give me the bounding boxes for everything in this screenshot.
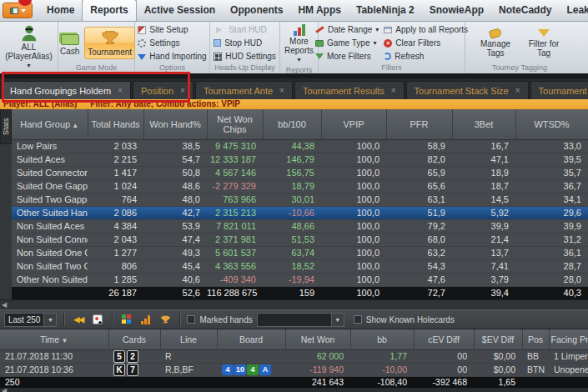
col-header-won-hand[interactable]: Won Hand% [143,109,207,139]
close-icon[interactable]: × [180,86,185,95]
apply-to-all-reports-button[interactable]: Apply to all Reports [384,23,468,36]
cell-net-won: -119 940 [285,363,350,376]
ribbon-tab-active-session[interactable]: Active Session [137,0,223,21]
date-range-button[interactable]: Date Range [315,23,379,36]
main-horizontal-scrollbar[interactable]: ◀ [0,299,588,309]
col-header-facing-pre[interactable]: Facing Pre [549,329,588,349]
col-header-net-won[interactable]: Net Won [285,329,350,349]
player-alias-button[interactable]: ALL (PlayerAlias) [3,23,55,72]
marked-hands-checkbox[interactable] [187,315,195,324]
col-header-3bet[interactable]: 3Bet [452,109,515,139]
hand-group-row[interactable]: Non Suited Aces4 38453,97 821 01148,6610… [12,219,588,233]
cell: -10,66 [263,206,321,219]
report-tab-tournament-stack-size[interactable]: Tournament Stack Size× [406,81,529,99]
tournament-button[interactable]: Tournament [84,27,135,59]
report-tab-tournament-ante[interactable]: Tournament Ante× [195,81,293,99]
hand-group-row[interactable]: Other Suited Hand2 08642,72 315 213-10,6… [12,206,588,219]
ribbon-tab-opponents[interactable]: Opponents [223,0,290,21]
col-header-board[interactable]: Board [217,329,285,349]
tourney-view-button[interactable] [158,312,173,327]
close-icon[interactable]: × [118,86,123,95]
scroll-left-icon[interactable]: ◀ [2,388,7,392]
col-header-net-won-chips[interactable]: Net Won Chips [207,109,263,139]
show-known-holecards-checkbox[interactable] [354,315,362,324]
more-reports-button[interactable]: More Reports [282,23,316,66]
group-label-tagging: Tourney Tagging [468,63,571,73]
cell: 18,79 [263,179,321,193]
summary-cell: 72,7 [386,286,452,299]
cell-cards: K7 [108,363,160,376]
ribbon-tab-home[interactable]: Home [39,0,82,21]
game-type-button[interactable]: Game Type [315,37,379,49]
report-tab-hand-groupings-holdem[interactable]: Hand Groupings Holdem× [2,81,131,99]
clear-filters-button[interactable]: Clear Filters [384,37,468,49]
stop-hud-button[interactable]: Stop HUD [214,37,276,49]
col-header-wtsd[interactable]: WTSD% [515,109,588,139]
ribbon-tab-tableninja-2[interactable]: TableNinja 2 [349,0,422,21]
app-menu-button[interactable] [3,3,33,18]
col-header-pos[interactable]: Pos [522,329,549,349]
close-icon[interactable]: × [515,86,520,95]
chart-view-button[interactable] [138,312,153,327]
cell: 4 384 [88,219,143,233]
hand-row[interactable]: 21.07.2018 10:36K7R,B,BF4104A-119 940-10… [0,363,588,376]
hand-group-row[interactable]: Non Suited Connectors2 04347,42 371 9815… [12,233,588,246]
col-header-ev-diff[interactable]: $EV Diff [474,329,522,349]
filter-for-tag-button[interactable]: Filter for Tag [524,28,564,59]
marked-hands-dropdown[interactable]: ▼ [257,313,344,327]
cell: 806 [88,259,143,273]
col-header-vpip[interactable]: VPIP [321,109,386,139]
more-filters-button[interactable]: More Filters [315,50,379,63]
stats-side-tab[interactable]: Stats [0,109,12,144]
ribbon-tab-leakbuster[interactable]: LeakBuster [559,0,588,21]
hand-importing-button[interactable]: Hand Importing [138,50,206,63]
cell: 48,0 [143,193,207,206]
report-tab-tournament-winnings-graph[interactable]: Tournament Winnings Graph× [530,81,588,99]
ribbon-tab-notecaddy[interactable]: NoteCaddy [491,0,559,21]
col-header-hand-group[interactable]: Hand Group ▲ [12,109,88,139]
col-header-bb-100[interactable]: bb/100 [263,109,321,139]
ribbon-tab-snowieapp[interactable]: SnowieApp [422,0,491,21]
hand-group-row[interactable]: Non Suited One Gapper1 27749,35 601 5376… [12,246,588,259]
hand-group-row[interactable]: Low Pairs2 03338,59 475 31044,38100,058,… [12,139,588,153]
hand-group-row[interactable]: Other Non Suited Hand1 28540,6-409 340-1… [12,273,588,286]
col-header-total-hands[interactable]: Total Hands [88,109,143,139]
dice-button[interactable] [90,312,105,327]
hand-group-row[interactable]: Suited Aces2 21554,712 333 187146,79100,… [12,153,588,166]
ribbon-tab-reports[interactable]: Reports [82,0,136,21]
close-icon[interactable]: × [279,86,284,95]
scroll-left-icon[interactable]: ◀ [2,302,7,309]
summary-cell: 159 [263,286,321,299]
col-header-time[interactable]: Time ▼ [0,329,108,349]
site-setup-button[interactable]: Site Setup [138,23,206,36]
refresh-button[interactable]: Refresh [384,50,468,63]
report-tab-tournament-results[interactable]: Tournament Results× [294,81,405,99]
col-header-line[interactable]: Line [160,329,217,349]
hud-settings-button[interactable]: HUD Settings [214,50,276,63]
report-tab-position[interactable]: Position× [133,81,193,99]
manage-tags-button[interactable]: Manage Tags [475,28,515,59]
hands-horizontal-scrollbar[interactable]: ◀ [0,388,588,392]
stop-hud-label: Stop HUD [224,38,262,48]
cell: 100,0 [321,153,386,166]
col-header-cev-diff[interactable]: cEV Diff [414,329,474,349]
grid-view-button[interactable] [119,312,134,327]
col-header-cards[interactable]: Cards [108,329,160,349]
hand-group-row[interactable]: Suited Connectors1 41750,84 567 146156,7… [12,166,588,179]
filter-player-text: Player: ALL (Alias) [3,99,77,109]
replay-hand-button[interactable]: ◀◀ [71,312,86,327]
col-header-pfr[interactable]: PFR [386,109,452,139]
settings-button[interactable]: Settings [138,37,206,49]
cell: 39,5 [515,153,588,166]
hand-group-row[interactable]: Suited One Gapper1 02448,6-2 279 32918,7… [12,179,588,193]
hand-row[interactable]: 21.07.2018 11:3052R62 0001,7700$0,00BB1 … [0,349,588,363]
ribbon-tab-hm-apps[interactable]: HM Apps [290,0,349,21]
cell: 35,7 [515,166,588,179]
col-header-bb[interactable]: bb [350,329,414,349]
hand-group-row[interactable]: Suited Two Gapper76448,0763 96630,01100,… [12,193,588,206]
ribbon-body: ALL (PlayerAlias) Hero Cash Tournament G… [0,22,588,73]
cash-button[interactable]: Cash [58,29,82,58]
close-icon[interactable]: × [391,86,396,95]
hand-group-row[interactable]: Non Suited Two Gapper80645,44 363 55618,… [12,259,588,273]
hand-range-dropdown[interactable]: Last 250 ▼ [4,313,57,327]
